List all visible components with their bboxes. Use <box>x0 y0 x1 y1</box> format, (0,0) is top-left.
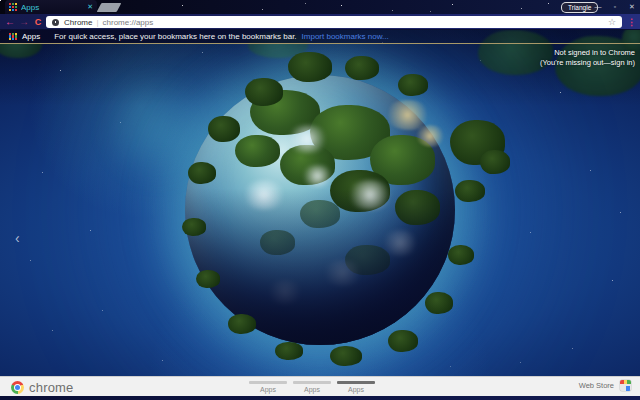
page-info-icon[interactable] <box>52 19 59 26</box>
web-store-icon <box>620 380 631 391</box>
tab-strip: Apps ✕ Triangle — ▫ ✕ <box>0 0 640 14</box>
reload-icon[interactable]: C <box>32 14 44 30</box>
chrome-wordmark: chrome <box>29 380 74 395</box>
omnibox-url[interactable]: chrome://apps <box>103 18 608 27</box>
bookmarks-apps-label: Apps <box>22 32 40 41</box>
bookmark-star-icon[interactable]: ☆ <box>608 17 616 27</box>
tab-close-icon[interactable]: ✕ <box>87 0 93 14</box>
omnibox-site-name: Chrome <box>64 18 92 27</box>
signin-link[interactable]: (You're missing out—sign in) <box>540 58 635 68</box>
window-controls: — ▫ ✕ <box>592 0 638 14</box>
tree-blob <box>398 74 428 96</box>
page-indicator-apps-1[interactable]: Apps <box>246 379 290 393</box>
tree-blob <box>196 270 220 288</box>
signin-notice: Not signed in to Chrome (You're missing … <box>540 48 635 68</box>
indicator-label: Apps <box>246 386 290 393</box>
signin-line1: Not signed in to Chrome <box>540 48 635 58</box>
page-indicators: Apps Apps Apps <box>246 379 378 393</box>
web-store-link[interactable]: Web Store <box>579 380 631 391</box>
close-icon[interactable]: ✕ <box>626 0 638 14</box>
tree-blob <box>182 218 206 236</box>
tab-label: Apps <box>21 3 87 12</box>
tree-blob <box>448 245 474 265</box>
frame-stars-decoration <box>0 0 1 1</box>
tree-blob <box>208 116 240 142</box>
indicator-line <box>249 381 287 384</box>
maximize-icon[interactable]: ▫ <box>609 0 621 14</box>
planet-image <box>185 75 455 345</box>
indicator-label: Apps <box>290 386 334 393</box>
page-indicator-apps-2[interactable]: Apps <box>290 379 334 393</box>
tree-blob <box>245 78 283 106</box>
footer-accent-strip <box>0 396 640 400</box>
minimize-icon[interactable]: — <box>592 0 604 14</box>
omnibox-address-bar[interactable]: Chrome | chrome://apps ☆ <box>46 16 622 28</box>
previous-page-chevron-icon[interactable]: ‹ <box>15 230 20 246</box>
indicator-label: Apps <box>334 386 378 393</box>
tree-blob <box>288 52 332 82</box>
tree-blob <box>455 180 485 202</box>
chrome-logo-icon <box>11 381 24 394</box>
apps-grid-favicon-icon <box>9 3 17 11</box>
chrome-brand: chrome <box>11 380 74 395</box>
toolbar: ← → C Chrome | chrome://apps ☆ ⋮ <box>0 14 640 30</box>
tree-blob <box>275 342 303 360</box>
back-icon[interactable]: ← <box>4 14 16 30</box>
browser-window: Apps ✕ Triangle — ▫ ✕ ← → C Chrome | chr… <box>0 0 640 400</box>
apps-grid-icon <box>9 33 17 41</box>
tree-blob <box>388 330 418 352</box>
forward-icon[interactable]: → <box>18 14 30 30</box>
new-tab-button[interactable] <box>97 3 122 12</box>
bookmarks-apps-item[interactable]: Apps <box>9 32 40 41</box>
indicator-line <box>293 381 331 384</box>
tree-blob <box>228 314 256 334</box>
tree-blob <box>480 150 510 174</box>
web-store-label: Web Store <box>579 381 614 390</box>
ntp-footer: chrome Apps Apps Apps Web Store <box>0 376 640 396</box>
browser-menu-icon[interactable]: ⋮ <box>627 14 636 30</box>
tab-apps[interactable]: Apps ✕ <box>5 0 97 14</box>
bookmarks-hint-text: For quick access, place your bookmarks h… <box>54 32 296 41</box>
new-tab-page-background: ‹ <box>0 30 640 376</box>
tree-blob <box>188 162 216 184</box>
bookmarks-bar: Apps For quick access, place your bookma… <box>0 30 640 44</box>
page-indicator-apps-3[interactable]: Apps <box>334 379 378 393</box>
tree-blob <box>345 56 379 80</box>
tree-blob <box>425 292 453 314</box>
import-bookmarks-link[interactable]: Import bookmarks now... <box>302 32 389 41</box>
indicator-line <box>337 381 375 384</box>
omnibox-separator: | <box>96 18 98 27</box>
tree-blob <box>330 346 362 366</box>
